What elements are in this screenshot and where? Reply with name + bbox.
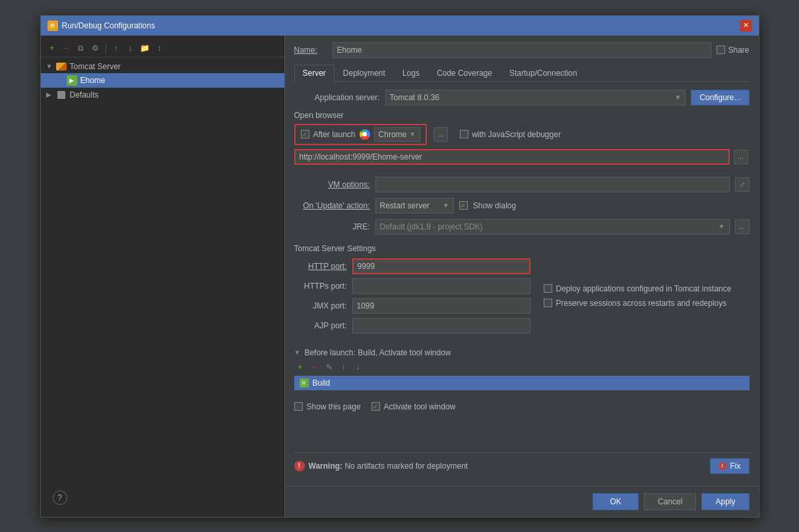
chrome-inner	[362, 132, 367, 136]
vm-options-input[interactable]	[375, 177, 730, 192]
http-port-input[interactable]	[352, 258, 530, 274]
tomcat-settings-label: Tomcat Server Settings	[294, 244, 750, 253]
app-server-value: Tomcat 8.0.36	[390, 93, 439, 102]
fix-icon: !	[719, 462, 726, 470]
after-launch-label: After launch	[313, 130, 356, 139]
combo-arrow: ▼	[675, 94, 682, 101]
show-dialog-checkbox[interactable]: ✓	[459, 201, 468, 210]
deploy-apps-label: Deploy applications configured in Tomcat…	[556, 284, 732, 293]
sort-button[interactable]: ↕	[154, 42, 166, 54]
js-debugger-row: with JavaScript debugger	[460, 130, 561, 139]
apply-button[interactable]: Apply	[701, 493, 749, 510]
close-button[interactable]: ✕	[740, 20, 752, 32]
dialog-body: + − ⧉ ⚙ ↑ ↓ 📁 ↕ ▼ Tomcat Server ▶	[41, 36, 759, 517]
ajp-port-input[interactable]	[352, 318, 530, 334]
fix-label: Fix	[730, 461, 741, 471]
add-config-button[interactable]: +	[46, 42, 58, 54]
defaults-arrow: ▶	[46, 91, 53, 98]
remove-config-button[interactable]: −	[61, 42, 73, 54]
after-launch-checkbox[interactable]: ✓	[301, 130, 309, 138]
name-input[interactable]	[333, 42, 712, 58]
warning-icon: !	[294, 461, 305, 471]
js-debugger-checkbox[interactable]	[460, 130, 468, 138]
url-ellipsis-button[interactable]: ...	[734, 150, 748, 164]
activate-tool-label: Activate tool window	[384, 402, 456, 411]
folder-button[interactable]: 📁	[139, 42, 151, 54]
warning-bold: Warning:	[309, 461, 343, 471]
https-port-input[interactable]	[352, 278, 530, 294]
before-remove-button[interactable]: −	[309, 361, 321, 373]
help-button[interactable]: ?	[53, 490, 67, 505]
jre-label: JRE:	[294, 222, 370, 231]
activate-tool-checkbox[interactable]: ✓	[371, 402, 380, 411]
ok-button[interactable]: OK	[592, 493, 639, 510]
title-bar: R Run/Debug Configurations ✕	[41, 16, 759, 36]
show-dialog-label: Show dialog	[473, 201, 516, 210]
name-label: Name:	[294, 45, 327, 55]
tomcat-icon	[56, 63, 67, 71]
tab-server[interactable]: Server	[294, 65, 335, 82]
name-row: Name: Share	[294, 42, 750, 58]
before-launch-header: ▼ Before launch: Build, Activate tool wi…	[294, 348, 750, 357]
tabs-row: Server Deployment Logs Code Coverage Sta…	[294, 65, 750, 82]
fix-button[interactable]: ! Fix	[710, 458, 750, 474]
share-checkbox[interactable]	[717, 45, 725, 54]
preserve-sessions-checkbox[interactable]	[544, 299, 552, 307]
before-launch-label: Before launch: Build, Activate tool wind…	[304, 348, 451, 357]
ajp-port-row: AJP port:	[294, 318, 530, 334]
restart-server-combo[interactable]: Restart server ▼	[375, 198, 454, 214]
copy-config-button[interactable]: ⧉	[75, 42, 87, 54]
run-debug-dialog: R Run/Debug Configurations ✕ + − ⧉ ⚙ ↑ ↓…	[40, 15, 759, 517]
ajp-port-label: AJP port:	[294, 321, 347, 330]
on-update-label: On 'Update' action:	[294, 201, 370, 210]
jre-ellipsis-button[interactable]: ...	[735, 220, 750, 234]
before-edit-button[interactable]: ✎	[323, 361, 335, 373]
vm-options-label: VM options:	[294, 180, 370, 189]
tab-logs[interactable]: Logs	[394, 65, 428, 81]
warning-message: Warning: No artifacts marked for deploym…	[309, 461, 468, 471]
jmx-port-input[interactable]	[352, 298, 530, 314]
open-browser-section: Open browser ✓ After launch Chrome ▼	[294, 111, 750, 171]
browser-ellipsis-button[interactable]: ...	[433, 127, 448, 142]
tab-code-coverage[interactable]: Code Coverage	[428, 65, 501, 81]
right-container: Name: Share Server Deployment Logs Code …	[285, 36, 759, 517]
cancel-button[interactable]: Cancel	[644, 493, 696, 510]
show-page-checkbox[interactable]	[294, 402, 303, 411]
defaults-icon	[56, 90, 67, 100]
vm-expand-button[interactable]: ⤢	[735, 177, 750, 192]
app-server-combo[interactable]: Tomcat 8.0.36 ▼	[385, 90, 686, 105]
before-down-button[interactable]: ↓	[352, 361, 364, 373]
build-icon: B	[300, 378, 309, 388]
app-server-row: Application server: Tomcat 8.0.36 ▼ Conf…	[294, 90, 750, 105]
tomcat-ports-container: HTTP port: HTTPs port: JMX port:	[294, 258, 750, 334]
jre-combo[interactable]: Default (jdk1.8 - project SDK) ▼	[375, 219, 730, 235]
browser-row: ✓ After launch Chrome ▼ ...	[294, 124, 750, 145]
url-input[interactable]	[294, 149, 730, 165]
left-panel: + − ⧉ ⚙ ↑ ↓ 📁 ↕ ▼ Tomcat Server ▶	[41, 36, 285, 517]
show-page-option: Show this page	[294, 402, 361, 411]
before-up-button[interactable]: ↑	[338, 361, 350, 373]
jmx-port-label: JMX port:	[294, 301, 347, 310]
deploy-apps-checkbox[interactable]	[544, 284, 552, 293]
tree-item-ehome[interactable]: ▶ Ehome	[41, 73, 284, 88]
warning-text: ! Warning: No artifacts marked for deplo…	[294, 461, 468, 471]
dialog-title: Run/Debug Configurations	[62, 21, 155, 30]
configure-button[interactable]: Configure...	[691, 90, 749, 105]
browser-dropdown-arrow: ▼	[409, 131, 416, 138]
settings-button[interactable]: ⚙	[90, 42, 102, 54]
tree-item-defaults[interactable]: ▶ Defaults	[41, 88, 284, 102]
tab-startup[interactable]: Startup/Connection	[501, 65, 586, 81]
move-down-button[interactable]: ↓	[125, 42, 137, 54]
activate-tool-option: ✓ Activate tool window	[371, 402, 456, 411]
collapse-arrow[interactable]: ▼	[294, 349, 301, 356]
tab-deployment[interactable]: Deployment	[335, 65, 394, 81]
open-browser-label: Open browser	[294, 111, 750, 120]
https-port-row: HTTPs port:	[294, 278, 530, 294]
left-toolbar: + − ⧉ ⚙ ↑ ↓ 📁 ↕	[41, 40, 284, 57]
move-up-button[interactable]: ↑	[110, 42, 122, 54]
browser-dropdown[interactable]: Chrome ▼	[374, 127, 421, 142]
app-server-label: Application server:	[294, 93, 380, 102]
before-add-button[interactable]: +	[294, 361, 306, 373]
ehome-label: Ehome	[80, 76, 106, 85]
tree-item-tomcat[interactable]: ▼ Tomcat Server	[41, 60, 284, 73]
